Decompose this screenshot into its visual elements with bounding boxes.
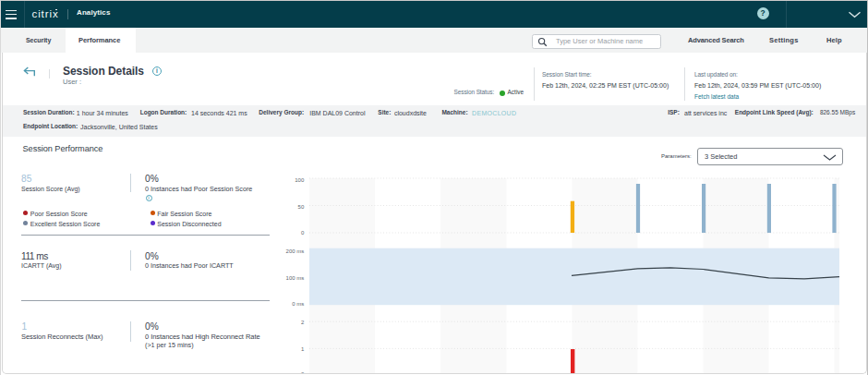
svg-text:0: 0 (301, 230, 305, 236)
svg-text:50: 50 (298, 204, 305, 210)
svg-text:100 ms: 100 ms (286, 275, 305, 281)
svg-text:0 ms: 0 ms (292, 301, 304, 307)
svg-text:0: 0 (301, 371, 305, 373)
svg-text:2: 2 (301, 320, 305, 325)
svg-text:1: 1 (301, 346, 305, 352)
svg-text:100: 100 (295, 177, 305, 183)
svg-text:200 ms: 200 ms (286, 248, 305, 254)
